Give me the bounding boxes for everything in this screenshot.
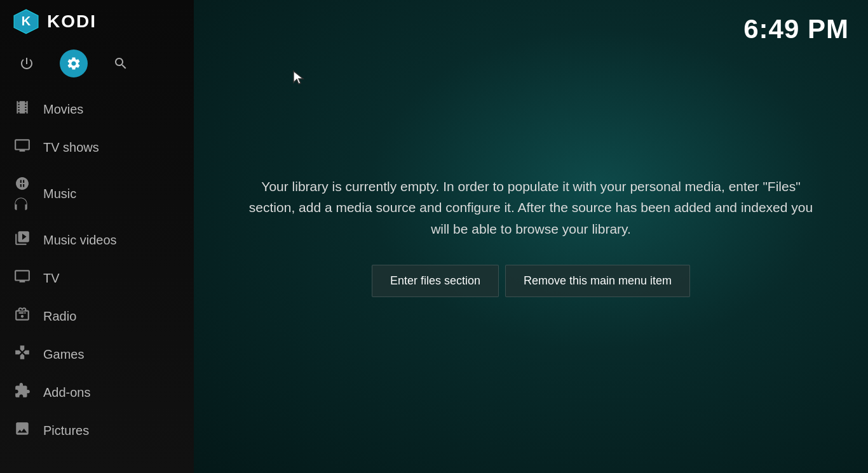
sidebar-item-music-videos[interactable]: Music videos	[0, 221, 194, 259]
sidebar-icon-bar	[0, 43, 194, 90]
pictures-label: Pictures	[43, 423, 89, 438]
sidebar-item-radio[interactable]: Radio	[0, 297, 194, 335]
power-button[interactable]	[13, 50, 41, 77]
sidebar: K KODI Movies	[0, 0, 194, 473]
mouse-cursor-icon	[292, 70, 306, 88]
tv-shows-icon	[13, 137, 32, 157]
movies-icon	[13, 99, 32, 119]
sidebar-item-music[interactable]: Music	[0, 166, 194, 221]
radio-label: Radio	[43, 309, 76, 324]
games-icon	[13, 344, 32, 364]
radio-icon	[13, 306, 32, 326]
music-icon	[13, 175, 32, 212]
movies-label: Movies	[43, 102, 83, 117]
action-buttons: Enter files section Remove this main men…	[372, 265, 690, 297]
tv-shows-label: TV shows	[43, 140, 99, 155]
main-nav: Movies TV shows Music Music videos	[0, 90, 194, 473]
time-display: 6:49 PM	[743, 14, 849, 44]
music-label: Music	[43, 187, 76, 201]
sidebar-item-tv[interactable]: TV	[0, 259, 194, 297]
games-label: Games	[43, 347, 84, 362]
sidebar-item-movies[interactable]: Movies	[0, 90, 194, 128]
main-content: 6:49 PM Your library is currently empty.…	[194, 0, 868, 473]
sidebar-item-games[interactable]: Games	[0, 335, 194, 373]
tv-icon	[13, 268, 32, 288]
kodi-logo-icon: K	[13, 8, 39, 35]
pictures-icon	[13, 420, 32, 441]
app-header: K KODI	[0, 0, 194, 43]
svg-text:K: K	[22, 14, 31, 28]
search-button[interactable]	[107, 50, 135, 77]
library-empty-message: Your library is currently empty. In orde…	[220, 176, 843, 240]
enter-files-button[interactable]: Enter files section	[372, 265, 499, 297]
tv-label: TV	[43, 271, 60, 286]
add-ons-label: Add-ons	[43, 385, 91, 400]
sidebar-item-pictures[interactable]: Pictures	[0, 411, 194, 450]
settings-button[interactable]	[60, 50, 88, 77]
music-videos-icon	[13, 230, 32, 250]
music-videos-label: Music videos	[43, 233, 117, 248]
add-ons-icon	[13, 382, 32, 403]
app-title: KODI	[47, 11, 97, 32]
sidebar-item-add-ons[interactable]: Add-ons	[0, 373, 194, 411]
remove-menu-item-button[interactable]: Remove this main menu item	[505, 265, 690, 297]
sidebar-item-tv-shows[interactable]: TV shows	[0, 128, 194, 166]
